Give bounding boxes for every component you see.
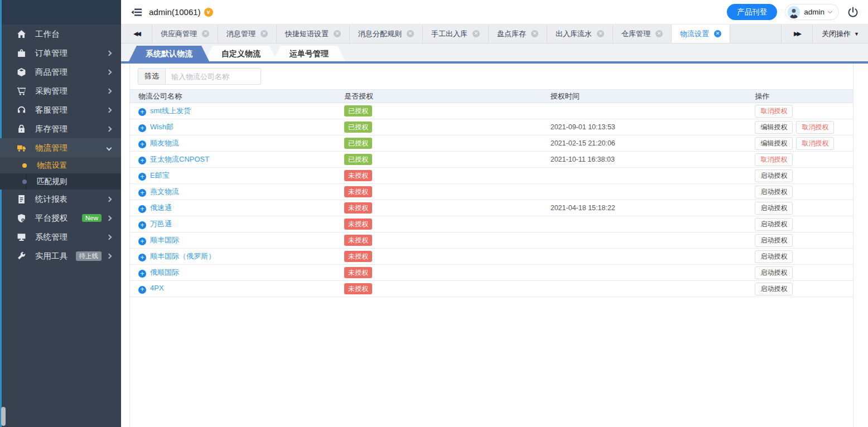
chevron-right-icon (107, 107, 112, 113)
sub-tab-strip: 系统默认物流自定义物流运单号管理 (121, 43, 868, 61)
expand-plus-icon[interactable]: + (138, 221, 146, 229)
window-tab-仓库管理[interactable]: 仓库管理✕ (613, 25, 672, 43)
company-name-link[interactable]: 燕文物流 (150, 187, 179, 196)
start-authorization-button[interactable]: 启动授权 (755, 186, 793, 198)
close-icon[interactable]: ✕ (472, 30, 480, 37)
chevron-right-icon (107, 88, 112, 94)
expand-plus-icon[interactable]: + (138, 237, 146, 245)
expand-plus-icon[interactable]: + (138, 140, 146, 148)
table-row: +俄顺国际未授权启动授权 (130, 265, 853, 281)
sidebar-item-物流管理[interactable]: 物流管理 (0, 138, 121, 157)
start-authorization-button[interactable]: 启动授权 (755, 202, 793, 215)
sidebar-item-商品管理[interactable]: 商品管理 (0, 62, 121, 81)
sidebar-item-平台授权[interactable]: 平台授权New (0, 208, 121, 227)
start-authorization-button[interactable]: 启动授权 (755, 218, 793, 231)
logout-power-icon[interactable] (847, 6, 859, 18)
company-name-link[interactable]: 4PX (150, 284, 164, 292)
close-icon[interactable]: ✕ (655, 30, 663, 37)
cancel-authorization-button[interactable]: 取消授权 (755, 153, 793, 166)
company-name-link[interactable]: 顺友物流 (150, 139, 179, 147)
chevron-right-icon (107, 253, 112, 259)
window-tab-供应商管理[interactable]: 供应商管理✕ (152, 25, 218, 43)
sidebar-item-实用工具[interactable]: 实用工具待上线 (0, 246, 121, 265)
start-authorization-button[interactable]: 启动授权 (755, 250, 793, 263)
content-area: 系统默认物流自定义物流运单号管理 筛选 物流公司名称是否授权授权时间操作 +sm… (121, 43, 868, 427)
company-name-link[interactable]: 顺丰国际 (150, 236, 179, 244)
chevron-right-icon (107, 69, 112, 75)
sidebar-item-label: 商品管理 (35, 67, 107, 77)
expand-plus-icon[interactable]: + (138, 254, 146, 261)
filter-button[interactable]: 筛选 (138, 68, 165, 85)
expand-plus-icon[interactable]: + (138, 108, 146, 116)
sidebar-item-工作台[interactable]: 工作台 (0, 25, 121, 43)
tabs-scroll-right-button[interactable]: ▶▶ (781, 25, 812, 43)
window-tab-盘点库存[interactable]: 盘点库存✕ (489, 25, 547, 43)
close-operations-dropdown[interactable]: 关闭操作▼ (812, 25, 868, 43)
company-search-input[interactable] (165, 68, 261, 85)
expand-plus-icon[interactable]: + (138, 286, 146, 294)
start-authorization-button[interactable]: 启动授权 (755, 169, 793, 182)
company-name-link[interactable]: 俄速通 (150, 203, 172, 212)
cancel-authorization-button[interactable]: 取消授权 (796, 137, 834, 150)
company-name-link[interactable]: 亚太物流CNPOST (150, 155, 209, 163)
cancel-authorization-button[interactable]: 取消授权 (796, 121, 834, 134)
start-authorization-button[interactable]: 启动授权 (755, 283, 793, 295)
sidebar-subitem-匹配规则[interactable]: 匹配规则 (0, 173, 121, 190)
close-icon[interactable]: ✕ (597, 30, 604, 37)
close-icon[interactable]: ✕ (407, 30, 414, 37)
window-tab-手工出入库[interactable]: 手工出入库✕ (423, 25, 489, 43)
sub-tab-系统默认物流[interactable]: 系统默认物流 (129, 46, 209, 61)
tabs-scroll-left-button[interactable]: ◀◀ (121, 25, 152, 43)
edit-authorization-button[interactable]: 编辑授权 (755, 121, 793, 134)
caret-down-icon: ▼ (854, 31, 859, 37)
expand-plus-icon[interactable]: + (138, 173, 146, 181)
company-name-link[interactable]: 顺丰国际（俄罗斯） (150, 252, 215, 260)
company-name-link[interactable]: smt线上发货 (150, 106, 191, 115)
close-icon[interactable]: ✕ (334, 30, 341, 37)
bullet-dot-icon (22, 163, 27, 168)
sidebar-item-label: 实用工具 (35, 251, 76, 261)
sidebar-item-库存管理[interactable]: 库存管理 (0, 119, 121, 138)
expand-plus-icon[interactable]: + (138, 157, 146, 164)
table-row: +顺丰国际未授权启动授权 (130, 232, 853, 249)
window-tab-消息分配规则[interactable]: 消息分配规则✕ (350, 25, 423, 43)
publish-product-button[interactable]: 产品刊登 (727, 4, 777, 20)
expand-plus-icon[interactable]: + (138, 189, 146, 197)
logistics-panel: 筛选 物流公司名称是否授权授权时间操作 +smt线上发货已授权取消授权+Wish… (129, 64, 853, 427)
main-area: admin(10061) v 产品刊登 admin ◀◀ 供应商管理✕消息管理✕… (121, 0, 868, 427)
company-name-link[interactable]: 万邑通 (150, 220, 172, 228)
chevron-down-icon (828, 9, 832, 13)
expand-plus-icon[interactable]: + (138, 124, 146, 132)
company-name-link[interactable]: E邮宝 (150, 171, 170, 179)
edit-authorization-button[interactable]: 编辑授权 (755, 137, 793, 150)
sidebar-item-label: 采购管理 (35, 86, 107, 96)
company-name-link[interactable]: Wish邮 (150, 123, 173, 131)
window-tab-物流设置[interactable]: 物流设置✕ (672, 25, 730, 43)
close-icon[interactable]: ✕ (531, 30, 538, 37)
sub-tab-自定义物流[interactable]: 自定义物流 (205, 46, 277, 61)
sidebar-subitem-物流设置[interactable]: 物流设置 (0, 157, 121, 173)
cancel-authorization-button[interactable]: 取消授权 (755, 105, 793, 118)
company-name-link[interactable]: 俄顺国际 (150, 268, 179, 276)
close-icon[interactable]: ✕ (261, 30, 268, 37)
sidebar-item-统计报表[interactable]: 统计报表 (0, 190, 121, 208)
account-menu[interactable]: admin (785, 4, 839, 20)
window-tab-消息管理[interactable]: 消息管理✕ (218, 25, 277, 43)
collapse-sidebar-icon[interactable] (131, 8, 142, 17)
window-tab-快捷短语设置[interactable]: 快捷短语设置✕ (277, 25, 350, 43)
window-tab-出入库流水[interactable]: 出入库流水✕ (547, 25, 613, 43)
start-authorization-button[interactable]: 启动授权 (755, 266, 793, 279)
sidebar-scrollbar-thumb[interactable] (1, 407, 6, 426)
sub-tab-运单号管理[interactable]: 运单号管理 (273, 46, 345, 61)
bullet-dot-icon (22, 179, 27, 184)
sidebar-item-采购管理[interactable]: 采购管理 (0, 81, 121, 100)
sidebar-item-系统管理[interactable]: 系统管理 (0, 227, 121, 246)
sidebar-item-订单管理[interactable]: 订单管理 (0, 43, 121, 62)
close-icon[interactable]: ✕ (202, 30, 209, 37)
expand-plus-icon[interactable]: + (138, 205, 146, 213)
expand-plus-icon[interactable]: + (138, 270, 146, 278)
platform-icon (17, 213, 26, 223)
start-authorization-button[interactable]: 启动授权 (755, 234, 793, 247)
sidebar-item-客服管理[interactable]: 客服管理 (0, 100, 121, 119)
close-icon[interactable]: ✕ (714, 30, 721, 37)
